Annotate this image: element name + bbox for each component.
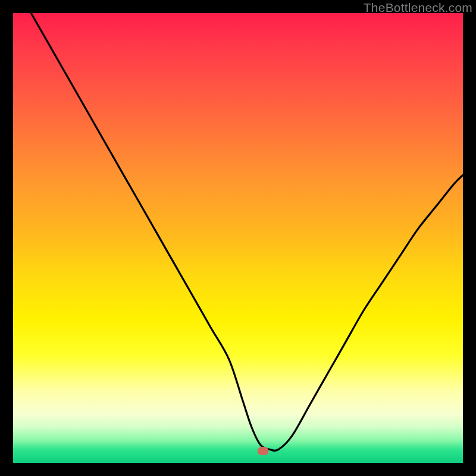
bottleneck-curve (13, 13, 463, 463)
watermark-text: TheBottleneck.com (364, 1, 472, 15)
chart-frame: TheBottleneck.com (0, 0, 476, 476)
optimum-marker (257, 447, 268, 455)
plot-area (13, 13, 463, 463)
